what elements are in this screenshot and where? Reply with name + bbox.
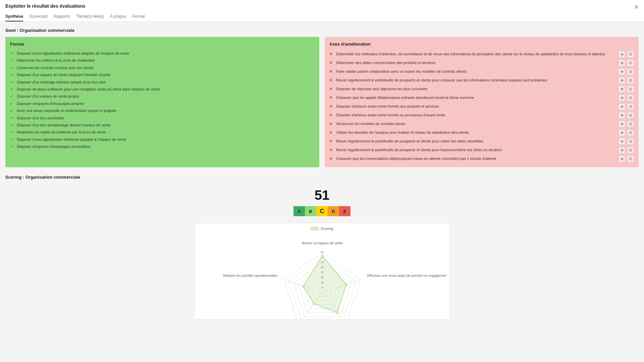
- strengths-list: ✓Disposer d'une signalisation extérieure…: [10, 50, 315, 150]
- strength-label: Conserver les contrats conclus avec les …: [17, 65, 315, 70]
- task-button[interactable]: [627, 60, 634, 66]
- note-icon: [629, 114, 632, 117]
- swot-title: Swot : Organisation commerciale: [5, 28, 639, 33]
- svg-rect-14: [630, 88, 632, 90]
- strengths-panel: Forces ✓Disposer d'une signalisation ext…: [5, 37, 319, 167]
- strength-label: Disposer d'un espace de vente intégrant …: [17, 72, 315, 77]
- grade-b: B: [305, 206, 316, 216]
- assign-button[interactable]: [619, 60, 625, 66]
- improvements-heading: Axes d'amélioration: [329, 42, 634, 47]
- improvement-item: ✕S'assurer que les conversations télépho…: [329, 155, 634, 163]
- task-button[interactable]: [627, 138, 634, 145]
- task-button[interactable]: [627, 95, 634, 101]
- cross-icon: ✕: [329, 147, 333, 153]
- strength-item: ✓Avoir une tenue corporelle et vestiment…: [10, 107, 315, 114]
- modal-title: Exploiter le résultat des évaluations: [5, 3, 639, 9]
- strength-item: ✓Conserver les contrats conclus avec les…: [10, 64, 315, 71]
- assign-button[interactable]: [619, 103, 625, 110]
- assign-button[interactable]: [619, 156, 625, 162]
- tab-rapports[interactable]: Rapports: [54, 12, 70, 21]
- assign-button[interactable]: [619, 138, 625, 145]
- assign-button[interactable]: [619, 112, 625, 119]
- close-button[interactable]: ✕: [633, 3, 640, 11]
- improvements-panel: Axes d'amélioration ✕Déterminer les méth…: [325, 37, 639, 167]
- check-icon: ✓: [10, 123, 14, 128]
- tab--propos[interactable]: À propos: [110, 12, 126, 21]
- task-button[interactable]: [627, 147, 634, 154]
- assign-button[interactable]: [619, 121, 625, 127]
- assign-button[interactable]: [619, 86, 625, 93]
- note-icon: [629, 131, 632, 134]
- svg-text:Réaliser les activités opérati: Réaliser les activités opérationnelles: [223, 274, 277, 278]
- note-icon: [629, 105, 632, 108]
- note-icon: [629, 53, 632, 56]
- improvement-label: Disposer d'acteurs avant-vente formés au…: [336, 113, 616, 118]
- assign-button[interactable]: [619, 95, 625, 101]
- svg-point-69: [313, 303, 315, 305]
- svg-rect-5: [630, 62, 632, 64]
- svg-rect-35: [630, 149, 632, 152]
- tab-t-che-s-li-e-s-[interactable]: Tâche(s) liée(s): [76, 12, 104, 21]
- strength-item: ✓Disposer d'espaces d'essayages accessib…: [10, 143, 315, 150]
- improvement-label: Utiliser les résultats de l'analyse pour…: [336, 130, 616, 135]
- cross-icon: ✕: [329, 156, 333, 161]
- task-button[interactable]: [627, 77, 634, 84]
- task-button[interactable]: [627, 51, 634, 58]
- task-button[interactable]: [627, 121, 634, 127]
- svg-rect-20: [630, 106, 632, 108]
- strength-item: ✓Déterminer les critères et la zone de c…: [10, 57, 315, 64]
- check-icon: ✓: [10, 87, 14, 92]
- assign-button[interactable]: [619, 51, 625, 58]
- cross-icon: ✕: [329, 60, 333, 65]
- tab-fermer[interactable]: Fermer: [132, 12, 145, 21]
- improvement-label: Revoir régulièrement le portefeuille de …: [336, 78, 616, 83]
- assign-button[interactable]: [619, 147, 625, 154]
- strength-item: ✓Disposer de place suffisante pour une n…: [10, 86, 315, 93]
- task-button[interactable]: [627, 86, 634, 93]
- svg-point-67: [345, 284, 347, 286]
- brain-icon: [620, 140, 624, 143]
- strength-item: ✓Disposer d'un espace de vente propre: [10, 93, 315, 100]
- close-icon: ✕: [634, 3, 639, 11]
- improvement-item: ✕Revoir régulièrement le portefeuille de…: [329, 76, 634, 85]
- task-button[interactable]: [627, 129, 634, 136]
- note-icon: [629, 140, 632, 143]
- svg-rect-11: [630, 79, 632, 82]
- check-icon: ✓: [10, 130, 14, 135]
- brain-icon: [620, 70, 624, 74]
- note-icon: [629, 157, 632, 161]
- task-button[interactable]: [627, 112, 634, 119]
- note-icon: [629, 61, 632, 65]
- task-button[interactable]: [627, 156, 634, 162]
- improvement-item: ✕Revoir régulièrement le portefeuille de…: [329, 137, 634, 146]
- improvement-label: Revoir régulièrement le portefeuille de …: [336, 147, 616, 153]
- improvement-item: ✕Utiliser les résultats de l'analyse pou…: [329, 128, 634, 137]
- tab-scorecard[interactable]: Scorecard: [29, 12, 48, 21]
- assign-button[interactable]: [619, 129, 625, 136]
- legend-swatch: [311, 227, 319, 230]
- tab-synth-se[interactable]: Synthèse: [5, 12, 23, 21]
- assign-button[interactable]: [619, 77, 625, 84]
- check-icon: ✓: [10, 65, 14, 70]
- assign-button[interactable]: [619, 68, 625, 75]
- strength-label: Disposer d'un éclairage intérieur adapté…: [17, 80, 315, 85]
- grade-d: D: [328, 206, 339, 216]
- cross-icon: ✕: [329, 86, 333, 92]
- cross-icon: ✕: [329, 130, 333, 135]
- brain-icon: [620, 131, 624, 135]
- improvement-label: S'assurer que les appels téléphoniques e…: [336, 95, 616, 100]
- svg-point-66: [321, 255, 323, 257]
- brain-icon: [620, 96, 624, 100]
- strength-label: Disposer d'une signalisation extérieure …: [17, 51, 315, 56]
- brain-icon: [620, 157, 624, 161]
- note-icon: [629, 148, 632, 152]
- improvement-label: S'assurer que les conversations téléphon…: [336, 156, 616, 161]
- svg-rect-2: [630, 53, 632, 56]
- task-button[interactable]: [627, 68, 634, 75]
- svg-rect-8: [630, 71, 632, 73]
- strength-label: Avoir une tenue corporelle et vestimenta…: [17, 108, 315, 113]
- note-icon: [629, 122, 632, 126]
- legend-label: Scoring: [321, 227, 333, 231]
- svg-rect-29: [630, 132, 632, 134]
- task-button[interactable]: [627, 103, 634, 110]
